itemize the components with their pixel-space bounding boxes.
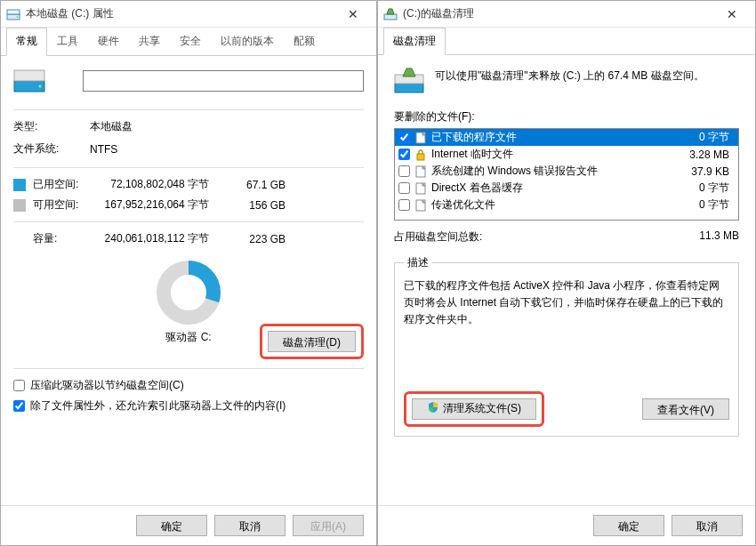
- titlebar[interactable]: (C:)的磁盘清理 ✕: [378, 1, 755, 28]
- file-list[interactable]: 已下载的程序文件 0 字节 Internet 临时文件 3.28 MB 系统创建…: [394, 128, 739, 221]
- tabs: 常规 工具 硬件 共享 安全 以前的版本 配额: [1, 28, 376, 56]
- free-gb: 156 GB: [223, 199, 286, 212]
- index-checkbox[interactable]: [13, 400, 25, 412]
- dialog-buttons: 确定 取消 应用(A): [1, 505, 376, 545]
- lock-icon: [414, 148, 428, 162]
- file-item[interactable]: Internet 临时文件 3.28 MB: [395, 146, 738, 163]
- file-item[interactable]: 传递优化文件 0 字节: [395, 197, 738, 213]
- type-label: 类型:: [13, 119, 90, 134]
- tab-tools[interactable]: 工具: [47, 28, 88, 55]
- view-files-button[interactable]: 查看文件(V): [642, 398, 729, 420]
- clean-system-label: 清理系统文件(S): [443, 401, 521, 416]
- file-icon: [414, 131, 428, 145]
- drive-large-icon: [13, 68, 83, 93]
- files-label: 要删除的文件(F):: [394, 109, 739, 124]
- description-text: 已下载的程序文件包括 ActiveX 控件和 Java 小程序，你查看特定网页时…: [404, 277, 729, 329]
- tab-cleanup[interactable]: 磁盘清理: [383, 28, 446, 55]
- free-color: [13, 199, 26, 212]
- used-gb: 67.1 GB: [223, 179, 286, 191]
- svg-rect-8: [384, 14, 397, 20]
- total-label: 占用磁盘空间总数:: [394, 229, 482, 245]
- svg-rect-12: [417, 154, 424, 160]
- drive-icon: [6, 7, 20, 21]
- file-size: 0 字节: [672, 181, 735, 196]
- file-name: Internet 临时文件: [431, 147, 669, 162]
- file-checkbox[interactable]: [398, 149, 410, 160]
- tab-security[interactable]: 安全: [170, 28, 211, 55]
- tab-general[interactable]: 常规: [6, 28, 47, 56]
- capacity-label: 容量:: [33, 231, 90, 246]
- file-item[interactable]: DirectX 着色器缓存 0 字节: [395, 180, 738, 197]
- cancel-button[interactable]: 取消: [672, 515, 743, 536]
- description-fieldset: 描述 已下载的程序文件包括 ActiveX 控件和 Java 小程序，你查看特定…: [394, 255, 739, 437]
- file-name: 已下载的程序文件: [431, 130, 669, 145]
- file-icon: [414, 198, 428, 213]
- drive-name-input[interactable]: [83, 70, 364, 92]
- dialog-buttons: 确定 取消: [378, 505, 755, 545]
- type-value: 本地磁盘: [90, 119, 133, 134]
- compress-checkbox[interactable]: [13, 380, 25, 391]
- disk-cleanup-button[interactable]: 磁盘清理(D): [268, 331, 356, 352]
- file-item[interactable]: 系统创建的 Windows 错误报告文件 37.9 KB: [395, 163, 738, 180]
- index-checkbox-row[interactable]: 除了文件属性外，还允许索引此驱动器上文件的内容(I): [13, 398, 364, 414]
- disk-properties-window: 本地磁盘 (C:) 属性 ✕ 常规 工具 硬件 共享 安全 以前的版本 配额 类…: [0, 0, 377, 546]
- file-name: 系统创建的 Windows 错误报告文件: [431, 164, 669, 179]
- tab-previous[interactable]: 以前的版本: [211, 28, 284, 55]
- free-bytes: 167,952,216,064 字节: [90, 197, 223, 213]
- ok-button[interactable]: 确定: [593, 515, 664, 536]
- clean-system-highlight: 清理系统文件(S): [404, 391, 544, 427]
- window-title: (C:)的磁盘清理: [403, 6, 714, 21]
- titlebar[interactable]: 本地磁盘 (C:) 属性 ✕: [1, 1, 376, 28]
- clean-system-files-button[interactable]: 清理系统文件(S): [412, 398, 536, 420]
- ok-button[interactable]: 确定: [136, 515, 207, 536]
- file-checkbox[interactable]: [398, 132, 410, 143]
- compress-label: 压缩此驱动器以节约磁盘空间(C): [30, 378, 184, 393]
- shield-icon: [427, 401, 439, 416]
- content: 类型: 本地磁盘 文件系统: NTFS 已用空间: 72,108,802,048…: [1, 56, 376, 505]
- description-legend: 描述: [404, 255, 432, 270]
- file-name: 传递优化文件: [431, 197, 669, 213]
- tab-quota[interactable]: 配额: [284, 28, 325, 55]
- usage-chart: [13, 261, 364, 325]
- disk-cleanup-window: (C:)的磁盘清理 ✕ 磁盘清理 可以使用"磁盘清理"来释放 (C:) 上的 6…: [377, 0, 756, 546]
- tab-hardware[interactable]: 硬件: [88, 28, 129, 55]
- cancel-button[interactable]: 取消: [214, 515, 286, 536]
- file-icon: [414, 181, 428, 196]
- cleanup-large-icon: [394, 68, 424, 97]
- file-checkbox[interactable]: [398, 182, 410, 194]
- file-size: 0 字节: [672, 197, 735, 213]
- close-button[interactable]: ✕: [714, 2, 750, 27]
- fs-value: NTFS: [90, 143, 117, 156]
- file-name: DirectX 着色器缓存: [431, 181, 669, 196]
- capacity-gb: 223 GB: [223, 233, 286, 245]
- tab-sharing[interactable]: 共享: [129, 28, 170, 55]
- apply-button[interactable]: 应用(A): [293, 515, 364, 536]
- svg-point-5: [39, 85, 42, 88]
- free-label: 可用空间:: [33, 197, 90, 213]
- compress-checkbox-row[interactable]: 压缩此驱动器以节约磁盘空间(C): [13, 378, 364, 393]
- file-size: 0 字节: [672, 130, 735, 145]
- svg-rect-4: [14, 70, 44, 81]
- index-label: 除了文件属性外，还允许索引此驱动器上文件的内容(I): [30, 398, 286, 414]
- svg-rect-1: [7, 10, 20, 14]
- close-button[interactable]: ✕: [335, 2, 371, 27]
- cleanup-header-text: 可以使用"磁盘清理"来释放 (C:) 上的 67.4 MB 磁盘空间。: [435, 68, 739, 84]
- svg-rect-9: [395, 84, 423, 92]
- used-bytes: 72,108,802,048 字节: [90, 177, 223, 192]
- content: 可以使用"磁盘清理"来释放 (C:) 上的 67.4 MB 磁盘空间。 要删除的…: [378, 55, 755, 505]
- file-checkbox[interactable]: [398, 199, 410, 211]
- cleanup-highlight: 磁盘清理(D): [260, 324, 364, 359]
- tabs: 磁盘清理: [378, 28, 755, 55]
- file-size: 37.9 KB: [672, 165, 735, 178]
- used-color: [13, 179, 26, 191]
- window-title: 本地磁盘 (C:) 属性: [26, 6, 335, 21]
- capacity-bytes: 240,061,018,112 字节: [90, 231, 223, 246]
- svg-point-2: [17, 16, 19, 18]
- fs-label: 文件系统:: [13, 141, 90, 157]
- file-checkbox[interactable]: [398, 165, 410, 177]
- cleanup-icon: [383, 7, 398, 21]
- file-size: 3.28 MB: [672, 149, 735, 161]
- total-value: 11.3 MB: [699, 229, 739, 245]
- file-item[interactable]: 已下载的程序文件 0 字节: [395, 129, 738, 146]
- used-label: 已用空间:: [33, 177, 90, 192]
